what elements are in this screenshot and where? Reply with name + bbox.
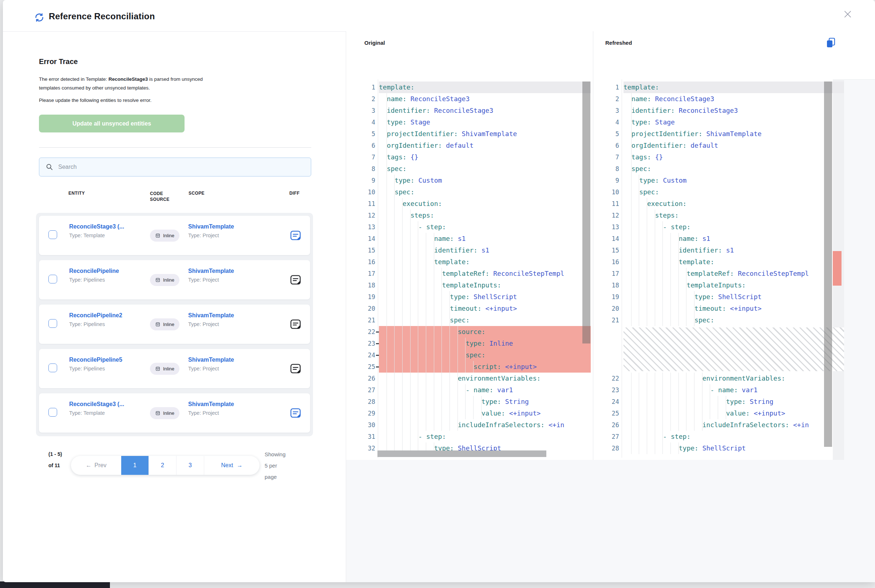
entity-link[interactable]: ReconcilePipeline5 [69,357,147,363]
line-number: 3 [353,105,375,116]
line-number: 16 [597,256,619,268]
column-header-entity: ENTITY [68,190,85,196]
refresh-icon [34,12,44,22]
line-number: 9 [597,175,619,186]
original-horizontal-scrollbar[interactable] [377,450,546,457]
code-line: identifier: s1 [623,244,844,256]
error-trace-heading: Error Trace [39,57,78,66]
diff-icon[interactable] [290,407,302,419]
code-line: environmentVariables: [379,373,591,384]
line-number: 2 [597,93,619,105]
error-trace-description: The error detected in Template: Reconcil… [39,75,210,92]
code-line: spec: [623,163,844,175]
line-number: 11 [597,198,619,210]
entity-link[interactable]: ReconcilePipeline2 [69,312,147,319]
code-line: type: String [623,396,844,408]
line-number: 6 [597,140,619,152]
diff-icon[interactable] [290,362,302,375]
line-number: 12 [353,210,375,221]
code-line: timeout: <+input> [623,303,844,314]
code-line: type: ShellScript [623,291,844,303]
code-line: tags: {} [623,152,844,163]
code-line: execution: [379,198,591,210]
line-number: 10 [353,186,375,198]
copy-icon[interactable] [825,37,837,49]
line-number: 14 [353,233,375,244]
reference-reconciliation-dialog: Reference Reconciliation Error Trace The… [3,0,875,582]
entity-table: ReconcileStage3 (...Type: TemplateInline… [36,213,313,436]
scope-link[interactable]: ShivamTemplate [188,268,234,274]
row-checkbox[interactable] [48,408,57,417]
code-line: type: ShellScript [379,291,591,303]
diff-icon[interactable] [290,274,302,286]
entity-type-label: Type: Pipelines [69,366,147,372]
table-row: ReconcileStage3 (...Type: TemplateInline… [39,393,310,433]
code-line: templateRef: ReconcileStepTempl [379,268,591,279]
line-number: 22 [353,326,375,338]
code-line: template: [623,81,844,93]
line-number: 21 [353,314,375,326]
line-number: 28 [597,442,619,454]
code-line: value: <+input> [379,408,591,419]
line-number: 1 [597,81,619,93]
code-line: environmentVariables: [623,373,844,384]
page-button-2[interactable]: 2 [149,456,176,475]
row-checkbox[interactable] [48,319,57,328]
row-checkbox[interactable] [48,275,57,284]
code-line: projectIdentifier: ShivamTemplate [623,128,844,140]
table-row: ReconcileStage3 (...Type: TemplateInline… [39,216,310,255]
line-number: 24 [597,396,619,408]
row-checkbox[interactable] [48,230,57,239]
update-all-unsynced-entities-button[interactable]: Update all unsynced entities [39,115,185,132]
page-button-1[interactable]: 1 [121,456,149,475]
line-number: 30 [353,419,375,431]
code-line: value: <+input> [623,408,844,419]
prev-page-button[interactable]: ←Prev [71,456,121,475]
refreshed-line-numbers: 1234567891011121314151617181920212223242… [597,81,619,454]
code-line-removed: spec: [379,349,591,361]
entity-link[interactable]: ReconcilePipeline [69,268,147,274]
scope-link[interactable]: ShivamTemplate [188,312,234,319]
line-number: 11 [353,198,375,210]
scope-link[interactable]: ShivamTemplate [188,401,234,408]
entity-type-label: Type: Pipelines [69,321,147,327]
code-line-removed: script: <+input> [379,361,591,373]
line-number: 16 [353,256,375,268]
close-icon[interactable] [842,8,854,20]
diff-icon[interactable] [290,229,302,242]
code-source-badge: Inline [150,230,179,242]
diff-icon[interactable] [290,318,302,330]
search-input[interactable] [57,164,311,171]
scope-link[interactable]: ShivamTemplate [188,224,234,230]
scope-type-label: Type: Project [188,366,234,372]
removed-lines-placeholder [623,327,844,371]
diff-viewer: Original Refreshed 123456789101112131415… [346,31,875,582]
line-number: 1 [353,81,375,93]
left-arrow-icon: ← [86,462,92,469]
column-header-code-source: CODE SOURCE [150,190,173,202]
original-vertical-scrollbar[interactable] [582,81,590,344]
scope-type-label: Type: Project [188,410,234,416]
scope-link[interactable]: ShivamTemplate [188,357,234,363]
refreshed-vertical-scrollbar[interactable] [824,81,832,447]
diff-change-marker [833,251,842,286]
line-number: 15 [597,244,619,256]
right-arrow-icon: → [237,462,242,469]
page-button-3[interactable]: 3 [176,456,204,475]
code-line: spec: [623,186,844,198]
table-row: ReconcilePipeline5Type: PipelinesInlineS… [39,349,310,388]
line-number: 23 [597,384,619,396]
code-source-badge: Inline [150,274,179,286]
line-number: 6 [353,140,375,152]
code-line: - step: [623,431,844,442]
row-checkbox[interactable] [48,363,57,372]
refreshed-panel-title: Refreshed [605,40,632,46]
line-number: 19 [353,291,375,303]
code-line: identifier: s1 [379,244,591,256]
entity-link[interactable]: ReconcileStage3 (... [69,401,147,408]
entity-link[interactable]: ReconcileStage3 (... [69,224,147,230]
next-page-button[interactable]: Next→ [204,456,260,475]
line-number: 22 [597,373,619,384]
code-line: includeInfraSelectors: <+in [623,419,844,431]
gutter-gap [597,326,619,373]
